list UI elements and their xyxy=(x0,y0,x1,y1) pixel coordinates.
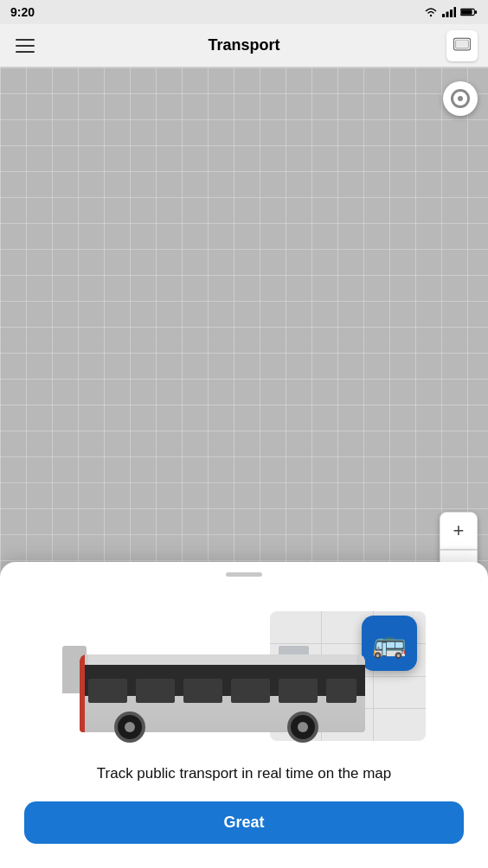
bus-illustration: 🚌 xyxy=(62,594,426,750)
location-button[interactable] xyxy=(443,81,478,116)
bus-dark-band xyxy=(80,665,365,696)
svg-rect-11 xyxy=(457,40,468,46)
hamburger-line-3 xyxy=(16,51,35,53)
bus-roof-detail xyxy=(88,654,356,665)
location-dot xyxy=(458,96,463,101)
svg-rect-6 xyxy=(461,10,472,14)
bottom-sheet: 🚌 xyxy=(0,562,488,868)
svg-rect-7 xyxy=(475,10,477,14)
sheet-illustration: 🚌 xyxy=(24,590,464,753)
hamburger-line-1 xyxy=(16,39,35,41)
bus-window-1 xyxy=(88,679,127,703)
great-button[interactable]: Great xyxy=(24,801,464,844)
page-title: Transport xyxy=(208,36,279,54)
bus-window-4 xyxy=(231,679,270,703)
svg-rect-1 xyxy=(442,14,445,17)
status-bar: 9:20 xyxy=(0,0,488,24)
svg-rect-4 xyxy=(454,7,457,17)
app-icon: 🚌 xyxy=(362,616,417,671)
hamburger-line-2 xyxy=(16,45,35,47)
sheet-description: Track public transport in real time on t… xyxy=(97,763,391,784)
status-icons xyxy=(424,7,478,17)
layers-button[interactable] xyxy=(446,30,478,61)
bus-window-5 xyxy=(279,679,318,703)
location-icon xyxy=(451,89,470,108)
map-area[interactable]: + − xyxy=(0,67,488,605)
zoom-in-button[interactable]: + xyxy=(440,512,478,550)
svg-point-0 xyxy=(430,15,432,16)
sheet-handle xyxy=(226,572,262,577)
svg-rect-2 xyxy=(446,12,449,18)
status-time: 9:20 xyxy=(10,5,35,19)
menu-button[interactable] xyxy=(10,30,42,61)
signal-icon xyxy=(442,7,456,17)
app-icon-symbol: 🚌 xyxy=(372,627,407,660)
bus-window-2 xyxy=(136,679,175,703)
map-grid xyxy=(0,67,488,605)
nav-bar: Transport xyxy=(0,24,488,67)
bus-wheel-front xyxy=(114,712,145,743)
bus-wheel-rear xyxy=(287,712,318,743)
svg-rect-3 xyxy=(450,10,453,17)
bus-window-6 xyxy=(326,679,356,703)
battery-icon xyxy=(460,7,478,17)
bus-window-3 xyxy=(183,679,222,703)
layers-icon xyxy=(453,36,472,55)
wifi-icon xyxy=(424,7,438,17)
